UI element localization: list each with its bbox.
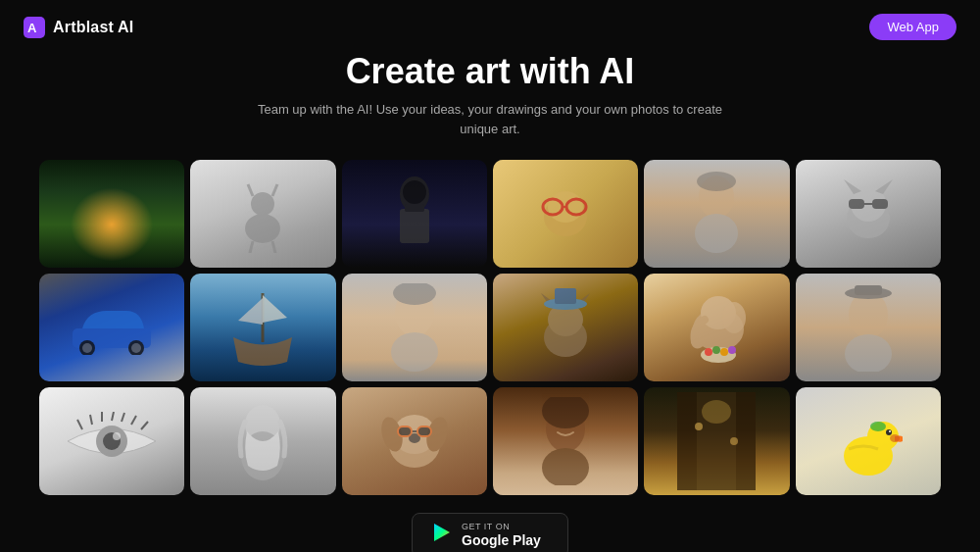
- svg-line-58: [90, 415, 92, 425]
- grid-cell-elephant: [644, 274, 789, 381]
- grid-cell-car: [39, 274, 184, 381]
- svg-point-90: [870, 422, 886, 431]
- svg-line-63: [141, 422, 148, 429]
- svg-point-88: [886, 429, 892, 435]
- svg-line-62: [131, 416, 136, 425]
- svg-line-4: [248, 184, 253, 196]
- svg-point-18: [695, 214, 738, 253]
- svg-point-83: [702, 400, 731, 424]
- svg-rect-81: [736, 392, 756, 490]
- svg-rect-80: [677, 392, 697, 490]
- svg-rect-53: [855, 285, 882, 295]
- svg-point-44: [722, 302, 746, 333]
- svg-point-2: [245, 214, 280, 243]
- svg-point-51: [845, 334, 892, 372]
- svg-point-89: [889, 430, 891, 432]
- grid-cell-cat-hat: [493, 274, 638, 381]
- svg-point-46: [705, 348, 712, 356]
- svg-point-29: [82, 343, 92, 353]
- image-grid: [20, 150, 960, 505]
- svg-point-10: [403, 180, 426, 204]
- google-play-icon: [430, 522, 452, 548]
- grid-cell-cat-bw: [796, 160, 941, 268]
- logo-area: A Artblast AI: [24, 17, 134, 38]
- hero-subtitle: Team up with the AI! Use your ideas, you…: [255, 100, 725, 138]
- svg-marker-92: [434, 524, 450, 541]
- svg-point-85: [730, 437, 738, 445]
- svg-point-49: [728, 346, 736, 354]
- svg-point-77: [542, 448, 589, 485]
- svg-rect-9: [400, 209, 429, 243]
- grid-cell-darth: [342, 160, 487, 268]
- svg-text:A: A: [27, 21, 37, 35]
- header: A Artblast AI Web App: [0, 0, 980, 54]
- svg-point-48: [720, 348, 728, 356]
- grid-cell-ship: [190, 274, 335, 381]
- svg-line-61: [122, 413, 124, 422]
- svg-rect-11: [405, 204, 424, 212]
- google-play-button[interactable]: GET IT ON Google Play: [412, 513, 568, 552]
- svg-marker-22: [844, 179, 861, 194]
- svg-line-57: [77, 420, 82, 429]
- svg-point-91: [890, 434, 900, 442]
- grid-cell-woman3: [493, 387, 638, 495]
- web-app-button[interactable]: Web App: [869, 14, 956, 40]
- svg-point-19: [697, 172, 736, 191]
- svg-point-31: [131, 343, 141, 353]
- svg-line-60: [112, 412, 114, 421]
- svg-rect-41: [555, 288, 576, 304]
- store-buttons-section: GET IT ON Google Play Use it on your Web…: [0, 513, 980, 552]
- svg-rect-25: [872, 199, 888, 209]
- svg-line-5: [272, 184, 277, 196]
- logo-text: Artblast AI: [53, 19, 134, 36]
- grid-cell-duck: [796, 387, 941, 495]
- google-play-text: GET IT ON Google Play: [462, 522, 541, 549]
- svg-point-56: [113, 432, 121, 440]
- grid-cell-forest: [39, 160, 184, 268]
- grid-cell-woman1: [644, 160, 789, 268]
- svg-point-84: [695, 423, 703, 430]
- grid-cell-eye: [39, 387, 184, 495]
- grid-cell-wizard: [190, 387, 335, 495]
- svg-line-7: [272, 241, 275, 253]
- grid-cell-girl: [342, 274, 487, 381]
- grid-cell-alley: [644, 387, 789, 495]
- svg-marker-23: [875, 179, 893, 194]
- grid-cell-woman2: [796, 274, 941, 381]
- grid-cell-cat-glasses: [493, 160, 638, 268]
- svg-point-34: [391, 332, 438, 372]
- svg-point-47: [712, 346, 720, 354]
- svg-point-3: [251, 192, 274, 216]
- svg-rect-24: [849, 199, 864, 209]
- hero-title: Create art with AI: [0, 51, 980, 92]
- svg-line-6: [250, 241, 253, 253]
- grid-cell-dog: [342, 387, 487, 495]
- grid-cell-goat: [190, 160, 335, 268]
- logo-icon: A: [24, 17, 45, 38]
